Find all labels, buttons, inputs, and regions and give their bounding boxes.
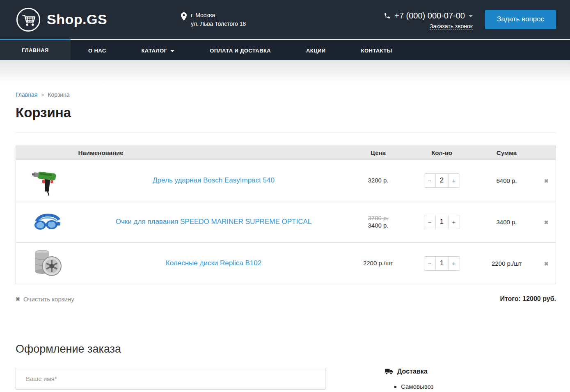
main-nav: ГЛАВНАЯ О НАС КАТАЛОГ ОПЛАТА И ДОСТАВКА … [0, 39, 570, 60]
product-image-cell [16, 160, 78, 201]
nav-item-акции[interactable]: АКЦИИ [288, 40, 343, 61]
product-image-wheels [31, 247, 63, 279]
delivery-title: Доставка [397, 368, 428, 375]
quantity-value[interactable]: 2 [436, 174, 448, 187]
price-cell: 3200 р. [349, 160, 407, 201]
product-link[interactable]: Дрель ударная Bosch EasyImpact 540 [153, 176, 275, 184]
quantity-increase-button[interactable]: + [448, 174, 460, 187]
address-street: ул. Льва Толстого 18 [191, 20, 246, 28]
quantity-stepper[interactable]: − 2 + [424, 173, 460, 188]
clear-cart-button[interactable]: ✖ Очистить корзину [16, 296, 74, 303]
customer-name-input[interactable] [16, 368, 325, 390]
location-pin-icon [181, 12, 187, 21]
product-image-cell [16, 201, 78, 243]
nav-item-оплата-и-доставка[interactable]: ОПЛАТА И ДОСТАВКА [192, 40, 288, 61]
quantity-increase-button[interactable]: + [448, 257, 460, 270]
chevron-down-icon [469, 15, 473, 17]
breadcrumb-home-link[interactable]: Главная [16, 91, 37, 98]
cart-table-row: Дрель ударная Bosch EasyImpact 540 3200 … [16, 160, 556, 201]
cart-table-row: Очки для плавания SPEEDO MARINER SUPREME… [16, 201, 556, 243]
current-price: 2200 р./шт [349, 260, 407, 267]
product-image-drill [31, 164, 63, 196]
remove-item-icon[interactable]: ✖ [544, 219, 549, 226]
quantity-decrease-button[interactable]: − [424, 215, 436, 229]
logo-text: Shop.GS [47, 11, 107, 27]
cart-table-row: Колесные диски Replica B102 2200 р./шт −… [16, 243, 556, 284]
sum-cell: 6400 р. [476, 160, 537, 201]
cart-total: Итого: 12000 руб. [500, 295, 556, 303]
ask-question-button[interactable]: Задать вопрос [485, 10, 556, 29]
quantity-increase-button[interactable]: + [448, 215, 460, 229]
quantity-decrease-button[interactable]: − [424, 257, 436, 270]
delivery-option: Самовывоз [401, 383, 487, 390]
phone-icon [384, 12, 391, 19]
quantity-value[interactable]: 1 [436, 215, 448, 229]
product-link[interactable]: Очки для плавания SPEEDO MARINER SUPREME… [116, 218, 311, 226]
sum-cell: 2200 р./шт [476, 243, 537, 284]
column-header-sum: Сумма [476, 146, 537, 160]
page-title: Корзина [16, 105, 556, 121]
store-address: г. Москва ул. Льва Толстого 18 [181, 11, 246, 28]
phone-number[interactable]: +7 (000) 000-07-00 [384, 11, 473, 21]
remove-item-icon[interactable]: ✖ [544, 261, 549, 267]
request-callback-link[interactable]: Заказать звонок [430, 23, 473, 30]
delivery-info: Доставка Самовывоз Курьером по городу +3… [385, 368, 487, 392]
cart-logo-icon [16, 7, 41, 32]
column-header-name: Наименование [78, 146, 349, 160]
quantity-stepper[interactable]: − 1 + [424, 215, 460, 229]
nav-item-контакты[interactable]: КОНТАКТЫ [343, 40, 410, 61]
price-cell: 2200 р./шт [349, 243, 407, 284]
quantity-decrease-button[interactable]: − [424, 174, 436, 187]
breadcrumb: Главная>Корзина [16, 91, 556, 98]
remove-item-icon[interactable]: ✖ [544, 178, 549, 184]
address-city: г. Москва [191, 11, 246, 20]
header-shadow [0, 60, 570, 84]
nav-item-о-нас[interactable]: О НАС [71, 40, 124, 61]
column-header-price: Цена [349, 146, 407, 160]
nav-item-главная[interactable]: ГЛАВНАЯ [0, 39, 71, 60]
cart-table: Наименование Цена Кол-во Сумма Дрель уда… [16, 146, 556, 284]
product-link[interactable]: Колесные диски Replica B102 [166, 259, 261, 267]
truck-icon [385, 369, 393, 375]
top-header: Shop.GS г. Москва ул. Льва Толстого 18 +… [0, 0, 570, 39]
breadcrumb-separator: > [41, 92, 44, 98]
quantity-stepper[interactable]: − 1 + [424, 256, 460, 271]
breadcrumb-current: Корзина [48, 91, 69, 98]
current-price: 3200 р. [349, 177, 407, 184]
nav-item-каталог[interactable]: КАТАЛОГ [124, 40, 192, 61]
sum-cell: 3400 р. [476, 201, 537, 243]
clear-cart-icon: ✖ [16, 296, 20, 302]
quantity-value[interactable]: 1 [436, 257, 448, 270]
logo[interactable]: Shop.GS [16, 7, 107, 32]
product-image-cell [16, 243, 78, 284]
price-cell: 3700 р. 3400 р. [349, 201, 407, 243]
chevron-down-icon [170, 50, 174, 52]
checkout-title: Оформление заказа [16, 343, 556, 356]
current-price: 3400 р. [349, 222, 407, 229]
cart-table-header: Наименование Цена Кол-во Сумма [16, 146, 556, 160]
product-image-goggles [31, 206, 63, 238]
divider [16, 132, 556, 133]
column-header-qty: Кол-во [407, 146, 476, 160]
old-price: 3700 р. [349, 214, 407, 222]
